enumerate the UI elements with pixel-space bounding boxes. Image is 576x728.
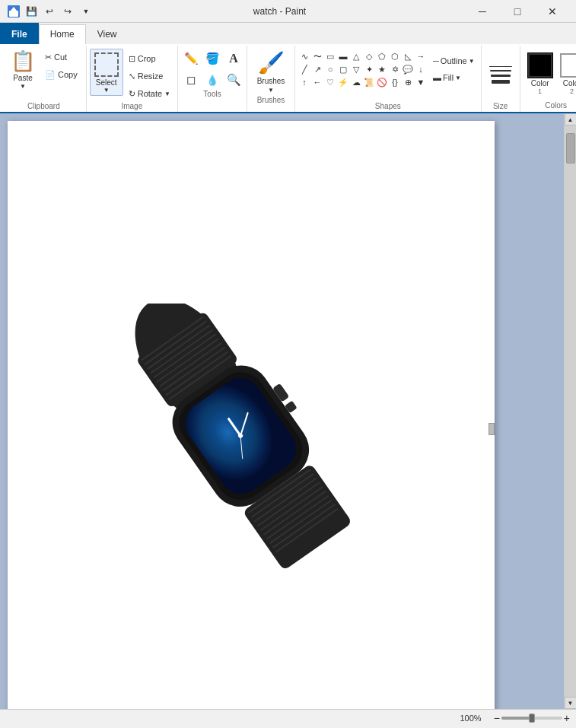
- paste-icon: 📋: [11, 49, 35, 73]
- canvas-wrapper[interactable]: [0, 113, 564, 709]
- paste-button[interactable]: 📋 Paste ▼: [6, 47, 40, 96]
- select-icon: [94, 52, 119, 77]
- pencil-button[interactable]: ✏️: [181, 49, 201, 68]
- shape-diamond[interactable]: ◇: [363, 50, 375, 62]
- magnifier-button[interactable]: 🔍: [224, 70, 243, 90]
- image-label: Image: [90, 102, 174, 112]
- minimize-button[interactable]: ─: [465, 0, 500, 23]
- shape-star6[interactable]: ✡: [389, 63, 401, 75]
- zoom-level: 100%: [460, 714, 481, 723]
- shape-tri[interactable]: △: [350, 50, 362, 62]
- zoom-slider[interactable]: [501, 717, 562, 720]
- shape-arrow-r[interactable]: →: [415, 50, 427, 62]
- shape-curve[interactable]: ∿: [298, 50, 310, 62]
- size-line-3[interactable]: [491, 75, 511, 77]
- save-quick-btn[interactable]: 💾: [23, 3, 40, 20]
- shape-wavy[interactable]: 〜: [311, 50, 323, 62]
- color2-box[interactable]: [560, 53, 576, 78]
- scroll-thumb[interactable]: [566, 133, 575, 164]
- colors-label: Colors: [523, 101, 576, 111]
- image-content: Select ▼ ⊡ Crop ⤡ Resize ↻ Rotate ▼: [90, 47, 174, 102]
- shape-penta[interactable]: ⬠: [376, 50, 388, 62]
- close-button[interactable]: ✕: [535, 0, 570, 23]
- canvas-edge-handle[interactable]: [488, 423, 495, 435]
- shape-misc1[interactable]: ⊕: [402, 76, 414, 88]
- shape-arrow-d[interactable]: ↓: [415, 63, 427, 75]
- cut-icon: ✂: [45, 52, 52, 62]
- shape-arrow-u[interactable]: ↑: [298, 76, 310, 88]
- scroll-up-arrow[interactable]: ▲: [565, 113, 577, 126]
- color-boxes: Color 1 Color 2: [523, 47, 576, 101]
- undo-quick-btn[interactable]: ↩: [41, 3, 58, 20]
- zoom-in-btn[interactable]: +: [564, 712, 570, 724]
- clipboard-buttons: ✂ Cut 📄 Copy: [41, 47, 81, 83]
- shape-heart[interactable]: ♡: [324, 76, 336, 88]
- shape-callout[interactable]: 💬: [402, 63, 414, 75]
- copy-button[interactable]: 📄 Copy: [41, 66, 81, 83]
- eraser-button[interactable]: ◻: [181, 70, 201, 90]
- resize-button[interactable]: ⤡ Resize: [125, 68, 174, 84]
- shape-ban[interactable]: 🚫: [376, 76, 388, 88]
- tab-view[interactable]: View: [86, 24, 129, 44]
- tools-row-2: ◻ 💧 🔍: [181, 68, 243, 90]
- shape-curly[interactable]: {}: [389, 76, 401, 88]
- brushes-label: Brushes: [252, 96, 290, 106]
- color1-wrapper: Color 1: [525, 53, 555, 95]
- maximize-button[interactable]: □: [500, 0, 535, 23]
- text-button[interactable]: A: [224, 49, 243, 68]
- redo-quick-btn[interactable]: ↪: [59, 3, 76, 20]
- shape-circle[interactable]: ○: [324, 63, 336, 75]
- shape-rounded-rect[interactable]: ▢: [337, 63, 349, 75]
- canvas-paper[interactable]: [8, 121, 495, 709]
- shape-rect2[interactable]: ▬: [337, 50, 349, 62]
- rotate-icon: ↻: [129, 89, 135, 99]
- customize-quick-btn[interactable]: ▼: [78, 3, 94, 20]
- outline-button[interactable]: ─ Outline ▼: [430, 53, 478, 68]
- shape-right-tri[interactable]: ◺: [402, 50, 414, 62]
- copy-icon: 📄: [45, 70, 56, 80]
- shape-scroll-vert[interactable]: ▼: [415, 76, 427, 88]
- paste-dropdown-icon: ▼: [20, 83, 26, 90]
- tab-file[interactable]: File: [0, 23, 39, 44]
- status-bar: 100% − +: [0, 709, 576, 726]
- quick-access-toolbar: 💾 ↩ ↪ ▼: [6, 3, 94, 20]
- color1-box[interactable]: [528, 53, 552, 78]
- shape-scroll[interactable]: 📜: [363, 76, 375, 88]
- shape-star4[interactable]: ✦: [363, 63, 375, 75]
- fill-shape-button[interactable]: ▬ Fill ▼: [430, 70, 478, 85]
- shape-tri2[interactable]: ▽: [350, 63, 362, 75]
- shape-cloud[interactable]: ☁: [350, 76, 362, 88]
- size-line-1[interactable]: [489, 66, 512, 67]
- size-line-2[interactable]: [490, 70, 511, 72]
- tab-home[interactable]: Home: [39, 24, 86, 44]
- fill-button[interactable]: 🪣: [202, 49, 222, 68]
- watch-svg: [91, 304, 380, 608]
- fill-shape-icon: ▬: [433, 73, 441, 82]
- rotate-button[interactable]: ↻ Rotate ▼: [125, 85, 174, 102]
- window-controls: ─ □ ✕: [465, 0, 570, 23]
- cut-button[interactable]: ✂ Cut: [41, 49, 81, 65]
- shape-rect[interactable]: ▭: [324, 50, 336, 62]
- shape-star5[interactable]: ★: [376, 63, 388, 75]
- image-buttons: ⊡ Crop ⤡ Resize ↻ Rotate ▼: [125, 49, 174, 102]
- color-picker-button[interactable]: 💧: [202, 70, 222, 90]
- crop-button[interactable]: ⊡ Crop: [125, 50, 174, 67]
- scroll-track[interactable]: [565, 126, 576, 697]
- shape-hex[interactable]: ⬡: [389, 50, 401, 62]
- shape-arrow-l[interactable]: ←: [311, 76, 323, 88]
- right-scrollbar[interactable]: ▲ ▼: [564, 113, 576, 709]
- color2-label: Color 2: [563, 79, 576, 95]
- select-button[interactable]: Select ▼: [90, 49, 123, 96]
- shape-arrow2[interactable]: ↗: [311, 63, 323, 75]
- shape-line[interactable]: ╱: [298, 63, 310, 75]
- ribbon: 📋 Paste ▼ ✂ Cut 📄 Copy Clipboard Sele: [0, 44, 576, 113]
- app-icon: [6, 4, 21, 19]
- tools-group: ✏️ 🪣 A ◻ 💧 🔍 Tools: [178, 46, 247, 112]
- brushes-group: 🖌️ Brushes ▼ Brushes: [247, 46, 295, 112]
- shape-lightning[interactable]: ⚡: [337, 76, 349, 88]
- scroll-down-arrow[interactable]: ▼: [565, 697, 577, 709]
- size-line-4[interactable]: [492, 80, 510, 84]
- outline-icon: ─: [433, 56, 439, 65]
- zoom-out-btn[interactable]: −: [494, 712, 500, 724]
- brushes-button[interactable]: 🖌️ Brushes ▼: [252, 47, 290, 96]
